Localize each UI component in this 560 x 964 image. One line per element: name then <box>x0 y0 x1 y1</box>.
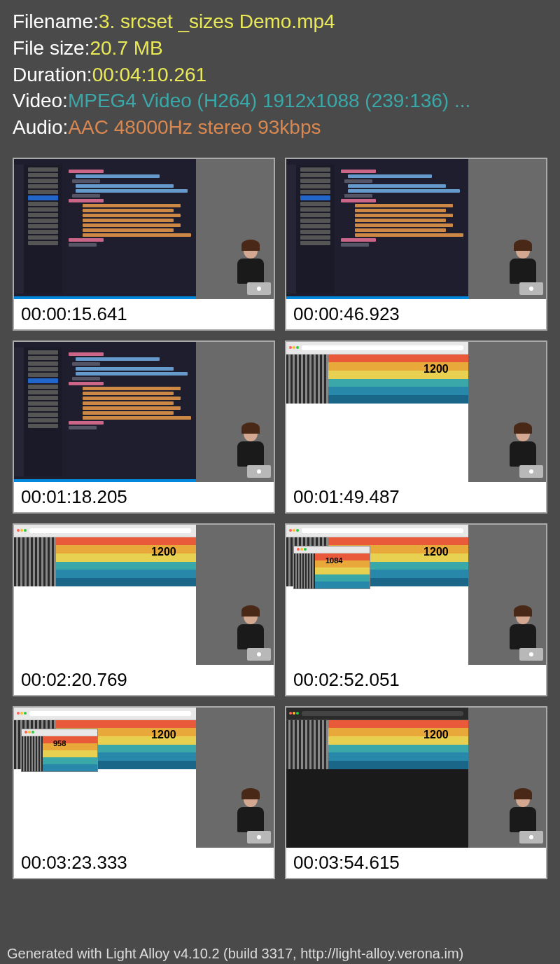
address-bar <box>29 528 191 533</box>
code-editor-view <box>14 342 196 482</box>
presenter-laptop <box>247 831 271 844</box>
browser-chrome <box>286 342 468 354</box>
traffic-light-max <box>24 712 27 715</box>
file-tree-selected <box>28 378 58 383</box>
file-tree-selected <box>28 195 58 200</box>
thumbnail-7[interactable]: 1200 x 890 1200 00:03:54.615 <box>285 706 547 879</box>
presenter-laptop <box>519 282 543 295</box>
video-row: Video: MPEG4 Video (H264) 1912x1088 (239… <box>13 88 547 114</box>
thumbnail-0[interactable]: 00:00:15.641 <box>13 158 275 331</box>
presenter-video <box>468 159 546 299</box>
traffic-light-min <box>20 712 23 715</box>
traffic-light-max <box>296 712 299 715</box>
audio-value: AAC 48000Hz stereo 93kbps <box>68 114 321 141</box>
thumbnail-timestamp: 00:03:23.333 <box>14 848 274 878</box>
browser-view: 1200 x 890 1200 <box>286 708 468 848</box>
traffic-light-close <box>289 712 292 715</box>
audio-row: Audio: AAC 48000Hz stereo 93kbps <box>13 114 547 141</box>
presenter-laptop <box>247 648 271 661</box>
address-bar <box>302 711 463 716</box>
hero-banner: 1200 <box>328 354 468 404</box>
thumbnail-6[interactable]: 1200 958 00:03:23.333 <box>13 706 275 879</box>
presenter-person <box>233 607 268 651</box>
hero-banner: 1200 <box>328 720 468 769</box>
traffic-light-close <box>289 529 292 532</box>
duration-value: 00:04:10.261 <box>92 62 207 88</box>
traffic-light-close <box>17 529 20 532</box>
thumbnail-3[interactable]: 1200 00:01:49.487 <box>285 340 547 514</box>
thumbnail-image <box>14 342 274 482</box>
thumbnail-image: 1200 958 <box>14 708 274 848</box>
editor-activity-bar <box>14 165 24 294</box>
presenter-laptop <box>247 465 271 478</box>
traffic-light-max <box>296 346 299 349</box>
traffic-light-max <box>24 529 27 532</box>
file-tree-selected <box>300 195 330 200</box>
thumbnail-timestamp: 00:03:54.615 <box>286 848 546 878</box>
presenter-video <box>196 159 274 299</box>
thumbnail-image <box>286 159 546 299</box>
banner-size-label: 1200 <box>151 546 176 558</box>
thumbnail-2[interactable]: 00:01:18.205 <box>13 340 275 514</box>
thumbnail-grid: 00:00:15.641 <box>0 149 560 888</box>
banner-bw-section <box>286 720 328 769</box>
duration-label: Duration: <box>13 62 92 88</box>
editor-activity-bar <box>14 347 24 476</box>
browser-chrome <box>286 708 468 720</box>
filesize-label: File size: <box>13 35 90 62</box>
traffic-light-min <box>293 346 295 349</box>
code-content <box>335 166 467 250</box>
presenter-laptop <box>519 465 543 478</box>
video-label: Video: <box>13 88 68 114</box>
overlay-window: 1084 <box>293 546 370 589</box>
browser-view: 1200 <box>286 342 468 482</box>
thumbnail-5[interactable]: 1200 1084 00:02:52.051 <box>285 523 547 696</box>
presenter-video <box>196 525 274 665</box>
browser-chrome <box>14 525 196 537</box>
overlay-window: 958 <box>21 729 98 772</box>
audio-label: Audio: <box>13 114 68 141</box>
browser-chrome <box>286 525 468 537</box>
banner-size-label: 1200 <box>424 546 449 558</box>
browser-view: 1200 <box>14 525 196 665</box>
hero-banner: 1200 <box>56 537 196 586</box>
thumbnail-timestamp: 00:02:52.051 <box>286 665 546 695</box>
browser-view: 1200 958 <box>14 708 196 848</box>
thumbnail-image <box>14 159 274 299</box>
traffic-light-min <box>293 712 295 715</box>
presenter-video <box>196 708 274 848</box>
presenter-laptop <box>519 648 543 661</box>
file-info-panel: Filename: 3. srcset _sizes Demo.mp4 File… <box>0 0 560 149</box>
presenter-laptop <box>247 282 271 295</box>
banner-size-label: 1200 <box>424 363 449 376</box>
thumbnail-4[interactable]: 1200 00:02:20.769 <box>13 523 275 696</box>
traffic-light-min <box>293 529 295 532</box>
editor-file-tree <box>24 165 62 294</box>
banner-size-label: 1200 <box>151 729 176 741</box>
presenter-person <box>233 242 268 285</box>
thumbnail-image: 1200 <box>14 525 274 665</box>
banner-size-label: 1200 <box>424 729 449 741</box>
thumbnail-1[interactable]: 00:00:46.923 <box>285 158 547 331</box>
duration-row: Duration: 00:04:10.261 <box>13 62 547 88</box>
thumbnail-image: 1200 <box>286 342 546 482</box>
thumbnail-image: 1200 1084 <box>286 525 546 665</box>
filename-label: Filename: <box>13 8 99 35</box>
presenter-person <box>505 607 540 651</box>
code-content <box>63 166 195 250</box>
thumbnail-timestamp: 00:01:18.205 <box>14 482 274 512</box>
presenter-video <box>468 525 546 665</box>
thumbnail-timestamp: 00:00:46.923 <box>286 299 546 329</box>
browser-chrome <box>14 708 196 720</box>
filename-row: Filename: 3. srcset _sizes Demo.mp4 <box>13 8 547 35</box>
editor-activity-bar <box>286 165 296 294</box>
code-editor-view <box>286 159 468 299</box>
browser-view: 1200 1084 <box>286 525 468 665</box>
thumbnail-timestamp: 00:02:20.769 <box>14 665 274 695</box>
traffic-light-min <box>20 529 23 532</box>
presenter-video <box>468 342 546 482</box>
editor-file-tree <box>24 347 62 476</box>
presenter-person <box>505 425 540 468</box>
presenter-video <box>468 708 546 848</box>
footer-text: Generated with Light Alloy v4.10.2 (buil… <box>7 946 463 962</box>
